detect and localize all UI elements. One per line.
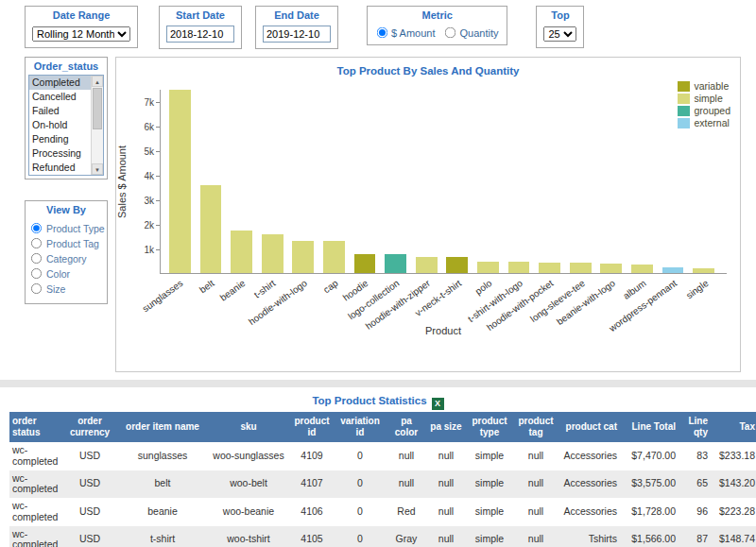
bar-rect-sunglasses[interactable] — [169, 90, 191, 273]
excel-export-icon[interactable]: X — [432, 398, 444, 410]
col-header-line-qty: Line qty — [679, 412, 711, 442]
bar-rect-beanie[interactable] — [231, 231, 252, 273]
bar-rect-polo[interactable] — [477, 262, 499, 273]
metric-option-quantity[interactable]: Quantity — [444, 26, 498, 39]
cell-product-type: simple — [465, 526, 514, 547]
view-by-option-product-type[interactable]: Product Type — [30, 222, 102, 234]
bar-rect-logo-collection[interactable] — [385, 254, 406, 273]
bar-rect-long-sleeve-tee[interactable] — [570, 263, 592, 273]
cell-product-id: 4105 — [289, 526, 335, 547]
view-by-option-color[interactable]: Color — [30, 267, 102, 280]
bar-rect-hoodie-with-logo[interactable] — [292, 241, 314, 273]
bar-hoodie-with-pocket[interactable] — [534, 263, 565, 273]
metric-label: Metric — [374, 9, 500, 21]
cell-product-id: 4106 — [289, 498, 335, 526]
bar-rect-hoodie-with-zipper[interactable] — [416, 257, 438, 273]
metric-option-amount[interactable]: $ Amount — [376, 26, 435, 39]
order-status-item-cancelled[interactable]: Cancelled — [29, 90, 91, 104]
bar-wordpress-pennant[interactable] — [658, 267, 689, 274]
order-status-item-on-hold[interactable]: On-hold — [29, 118, 91, 132]
scroll-down-icon[interactable]: ▼ — [92, 163, 103, 175]
legend-swatch-external — [678, 118, 690, 128]
bar-rect-beanie-with-logo[interactable] — [600, 264, 622, 273]
col-header-order-item-name: order item name — [117, 412, 208, 442]
bar-t-shirt[interactable] — [257, 234, 288, 273]
bar-rect-belt[interactable] — [200, 185, 222, 273]
bar-rect-hoodie[interactable] — [354, 254, 376, 273]
cell-line-qty: 96 — [679, 498, 711, 526]
y-tick-mark — [156, 127, 160, 128]
order-status-listbox[interactable]: CompletedCancelledFailedOn-holdPendingPr… — [28, 75, 104, 176]
cell-pa-color: null — [386, 470, 427, 499]
y-tick-6k: 6k — [131, 122, 160, 132]
bar-single[interactable] — [688, 268, 719, 273]
bar-belt[interactable] — [196, 185, 227, 273]
bar-rect-v-neck-t-shirt[interactable] — [446, 257, 468, 273]
metric-radio-amount[interactable] — [377, 27, 388, 39]
bar-rect-hoodie-with-pocket[interactable] — [539, 263, 560, 273]
stats-table-body: wc-completedUSDsunglasseswoo-sunglasses4… — [9, 442, 756, 547]
order-status-scrollbar[interactable]: ▲ ▼ — [91, 76, 103, 175]
bar-album[interactable] — [627, 265, 658, 273]
view-by-radio-product-tag[interactable] — [31, 238, 42, 248]
bar-v-neck-t-shirt[interactable] — [441, 257, 472, 273]
cell-order-currency: USD — [62, 442, 117, 470]
bar-hoodie[interactable] — [350, 254, 381, 273]
view-by-option-category[interactable]: Category — [30, 252, 102, 265]
bar-rect-wordpress-pennant[interactable] — [662, 267, 684, 274]
end-date-input[interactable] — [263, 26, 331, 43]
x-label-slot-wordpress-pennant: wordpress-pennant — [658, 274, 689, 329]
cell-product-tag: null — [514, 526, 558, 547]
bar-logo-collection[interactable] — [380, 254, 411, 273]
order-status-panel: Order_status CompletedCancelledFailedOn-… — [25, 57, 108, 179]
bar-rect-t-shirt-with-logo[interactable] — [508, 262, 530, 273]
order-status-item-failed[interactable]: Failed — [29, 104, 91, 118]
scrollbar-track[interactable] — [92, 87, 103, 163]
view-by-radio-size[interactable] — [31, 283, 42, 294]
section-divider — [0, 380, 756, 387]
bar-rect-cap[interactable] — [323, 241, 345, 273]
scroll-up-icon[interactable]: ▲ — [92, 76, 103, 87]
view-by-option-label: Product Tag — [46, 238, 99, 249]
order-status-item-pending[interactable]: Pending — [29, 132, 91, 146]
cell-tax: $223.28 — [711, 498, 756, 526]
cell-product-tag: null — [514, 442, 558, 470]
y-tick-mark — [156, 102, 160, 103]
view-by-radio-category[interactable] — [31, 253, 42, 264]
cell-variation-id: 0 — [335, 470, 386, 499]
y-tick-mark — [156, 176, 160, 177]
bar-beanie[interactable] — [226, 231, 257, 273]
table-row-belt: wc-completedUSDbeltwoo-belt41070nullnull… — [9, 470, 756, 499]
bar-rect-t-shirt[interactable] — [262, 234, 284, 273]
bar-t-shirt-with-logo[interactable] — [504, 262, 535, 273]
bar-rect-single[interactable] — [693, 268, 714, 273]
bar-hoodie-with-logo[interactable] — [287, 241, 318, 273]
bar-beanie-with-logo[interactable] — [596, 264, 627, 273]
cell-product-tag: null — [514, 470, 558, 499]
y-tick-4k: 4k — [131, 171, 160, 181]
bar-cap[interactable] — [318, 241, 350, 273]
start-date-input[interactable] — [166, 26, 234, 43]
scrollbar-thumb[interactable] — [93, 88, 102, 129]
bar-rect-album[interactable] — [631, 265, 653, 273]
bar-sunglasses[interactable] — [164, 90, 196, 273]
bar-hoodie-with-zipper[interactable] — [411, 257, 442, 273]
dashboard-page: Date Range Rolling 12 Months Start Date … — [0, 0, 756, 547]
bar-long-sleeve-tee[interactable] — [565, 263, 596, 273]
order-status-item-completed[interactable]: Completed — [29, 76, 91, 90]
top-select[interactable]: 25 — [543, 26, 576, 42]
order-status-item-processing[interactable]: Processing — [29, 146, 91, 161]
view-by-radio-product-type[interactable] — [31, 223, 42, 233]
order-status-item-refunded[interactable]: Refunded — [29, 161, 91, 175]
bar-polo[interactable] — [472, 262, 504, 273]
x-label-sunglasses: sunglasses — [141, 278, 185, 314]
view-by-option-size[interactable]: Size — [30, 282, 102, 295]
stats-table: order statusorder currencyorder item nam… — [9, 412, 756, 547]
date-range-select[interactable]: Rolling 12 Months — [32, 26, 130, 42]
metric-radio-quantity[interactable] — [445, 27, 456, 39]
table-row-beanie: wc-completedUSDbeaniewoo-beanie41060Redn… — [9, 498, 756, 526]
cell-order-item-name: belt — [117, 470, 208, 499]
y-tick-mark — [156, 249, 160, 250]
view-by-option-product-tag[interactable]: Product Tag — [30, 237, 102, 249]
view-by-radio-color[interactable] — [31, 268, 42, 279]
